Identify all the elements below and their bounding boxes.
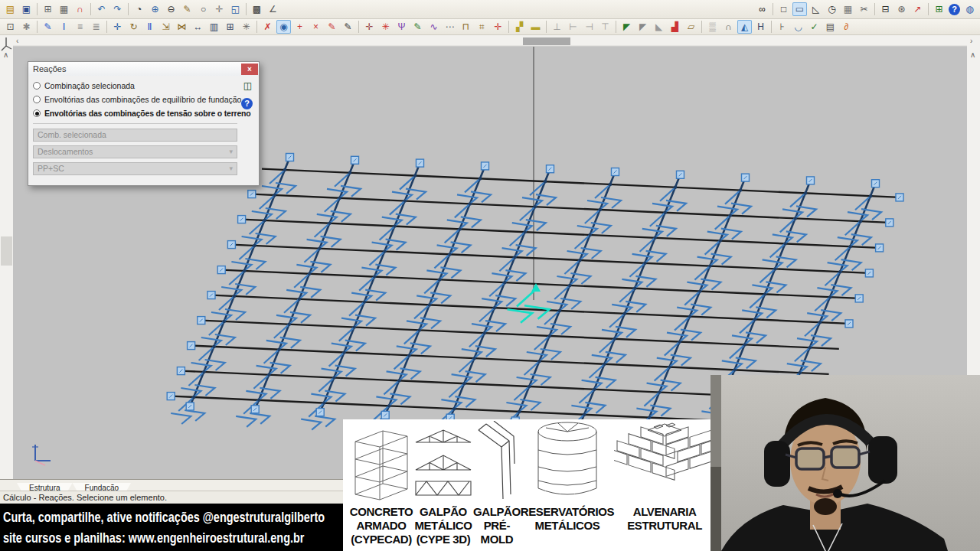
move-icon[interactable]: ✛ — [110, 20, 125, 34]
bars-vertical-icon[interactable]: ▥ — [207, 20, 221, 34]
radio-dot-icon[interactable] — [33, 109, 41, 117]
calculator-icon[interactable]: ⊞ — [932, 2, 946, 16]
dimension-icon[interactable]: ↔ — [191, 20, 205, 34]
zoom-previous-icon[interactable]: ⊖ — [164, 2, 178, 16]
save-icon[interactable]: ▣ — [19, 2, 34, 16]
fabric-icon[interactable]: ◡ — [791, 20, 805, 34]
radio-dot-icon[interactable] — [33, 82, 41, 90]
adjust-icon[interactable]: ⇲ — [158, 20, 173, 34]
mirror-icon[interactable]: ⋈ — [175, 20, 189, 34]
loads-icon[interactable]: Ψ — [394, 20, 409, 34]
column-grid-icon[interactable]: ⌗ — [475, 20, 489, 34]
radio-option-3[interactable]: Envoltórias das combinações de tensão so… — [33, 106, 237, 120]
sheet-id-icon[interactable]: ⊡ — [3, 20, 18, 34]
redraw-icon[interactable]: ✎ — [180, 2, 194, 16]
rotate-icon[interactable]: ↻ — [126, 20, 141, 34]
sketch-icon[interactable]: ✎ — [410, 20, 425, 34]
scroll-up-right-icon[interactable]: ∧ — [970, 51, 975, 59]
delete-node-icon[interactable]: × — [309, 20, 323, 34]
cut-tools-icon[interactable]: ✂ — [857, 2, 871, 16]
vertical-scrollbar-thumb[interactable] — [1, 236, 12, 266]
dxf-import-icon[interactable]: ⊞ — [41, 2, 55, 16]
arch-icon[interactable]: ∩ — [721, 20, 736, 34]
radio-dot-icon[interactable] — [33, 96, 41, 103]
point-add-icon[interactable]: ✛ — [362, 20, 377, 34]
draw-dark-icon[interactable]: ✎ — [341, 20, 355, 34]
undo-icon[interactable]: ↶ — [94, 2, 109, 16]
render-icon[interactable]: ⊛ — [894, 2, 909, 16]
clamp-icon[interactable]: ⊦ — [775, 20, 789, 34]
twist-icon[interactable]: ∿ — [426, 20, 441, 34]
machine-icon[interactable]: ▞ — [512, 20, 527, 34]
blocks-icon[interactable]: ▒ — [705, 20, 720, 34]
combo-field-2[interactable]: Deslocamentos▾ — [33, 145, 237, 158]
check-icon[interactable]: ✓ — [807, 20, 822, 34]
export-view-icon[interactable]: ↗ — [910, 2, 925, 16]
palette-icon[interactable]: ✱ — [19, 20, 34, 34]
new-bar-icon[interactable]: ✎ — [41, 20, 55, 34]
scroll-up-left-icon[interactable]: ∧ — [3, 51, 8, 59]
book-icon[interactable]: ◫ — [240, 79, 255, 93]
zoom-extents-icon[interactable]: ⊕ — [148, 2, 162, 16]
dots-icon[interactable]: ⋯ — [443, 20, 457, 34]
grid-icon[interactable]: ⊞ — [223, 20, 237, 34]
radio-option-1[interactable]: Combinação selecionada — [33, 79, 237, 93]
dialog-titlebar[interactable]: Reações × — [28, 62, 259, 76]
help-icon[interactable]: ? — [949, 4, 960, 15]
draw-red-icon[interactable]: ✎ — [325, 20, 339, 34]
anchor-icon[interactable]: ∂ — [839, 20, 854, 34]
scroll-left-icon[interactable]: ‹ — [16, 37, 18, 45]
add-node-icon[interactable]: + — [292, 20, 307, 34]
describe-section-icon[interactable]: Ⅱ — [142, 20, 157, 34]
beam-h-icon[interactable]: Η — [753, 20, 768, 34]
pan-hand-icon[interactable]: ✛ — [212, 2, 227, 16]
edit-bar-icon[interactable]: Ⅰ — [57, 20, 71, 34]
screen-window-icon[interactable]: ◱ — [228, 2, 243, 16]
combo-field-1[interactable]: Comb. selecionada — [33, 129, 237, 142]
joint-free-icon[interactable]: ⊣ — [582, 20, 596, 34]
joint-pinned-icon[interactable]: ⊢ — [566, 20, 580, 34]
binoculars-icon[interactable]: ∞ — [755, 2, 769, 16]
frame-icon[interactable]: □ — [776, 2, 791, 16]
redo-icon[interactable]: ↷ — [110, 2, 125, 16]
radio-option-2[interactable]: Envoltórias das combinações de equilíbri… — [33, 93, 237, 106]
zoom-glass-icon[interactable]: ○ — [196, 2, 211, 16]
magnet-icon[interactable]: ∩ — [73, 2, 87, 16]
zoom-region-icon[interactable]: ◔ — [132, 2, 146, 16]
wind-add-icon[interactable]: ◤ — [619, 20, 634, 34]
slope-icon[interactable]: ◭ — [737, 20, 752, 34]
report-icon[interactable]: ▤ — [823, 20, 838, 34]
references-toggle-icon[interactable]: ▭ — [792, 2, 807, 16]
printer-icon[interactable]: ⊟ — [878, 2, 893, 16]
joint-fixed-icon[interactable]: ⊥ — [550, 20, 564, 34]
support-icon[interactable]: ⊓ — [459, 20, 473, 34]
calendar-icon[interactable]: ▦ — [841, 2, 855, 16]
roller-icon[interactable]: ▬ — [528, 20, 543, 34]
horizontal-scrollbar-thumb[interactable] — [523, 37, 570, 45]
align-bars-icon[interactable]: ≡ — [73, 20, 87, 34]
clock-icon[interactable]: ◷ — [825, 2, 839, 16]
protractor-icon[interactable]: ◺ — [808, 2, 823, 16]
open-folder-icon[interactable]: ▤ — [3, 2, 18, 16]
measure-icon[interactable]: ∠ — [266, 2, 280, 16]
point-star-icon[interactable]: ✳ — [378, 20, 393, 34]
wind-delete-icon[interactable]: ◤ — [635, 20, 650, 34]
axes-cross-icon[interactable]: ✛ — [491, 20, 505, 34]
dialog-help-icon[interactable]: ? — [241, 98, 253, 109]
joint-roller-icon[interactable]: ⊤ — [598, 20, 612, 34]
scroll-right-icon[interactable]: › — [970, 37, 972, 45]
combo-field-label: Comb. selecionada — [38, 129, 106, 141]
load-blocks-icon[interactable]: ▟ — [668, 20, 682, 34]
adjust-bars-icon[interactable]: ≣ — [89, 20, 103, 34]
delete-icon[interactable]: ✗ — [260, 20, 275, 34]
views-icon[interactable]: ◉ — [276, 20, 291, 34]
image-settings-icon[interactable]: ▩ — [250, 2, 264, 16]
eraser-icon[interactable]: ▱ — [684, 20, 698, 34]
globe-icon[interactable]: ◍ — [962, 2, 977, 16]
webcam-overlay — [710, 375, 980, 551]
close-icon[interactable]: × — [241, 64, 258, 75]
snap-icon[interactable]: ✳ — [239, 20, 253, 34]
dwg-blocks-icon[interactable]: ▦ — [57, 2, 71, 16]
combo-field-3[interactable]: PP+SC▾ — [33, 162, 237, 175]
wind-copy-icon[interactable]: ◣ — [652, 20, 666, 34]
